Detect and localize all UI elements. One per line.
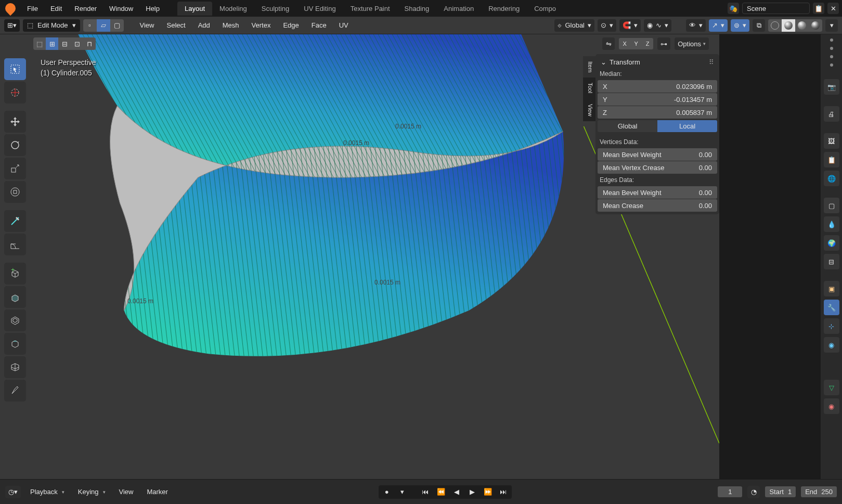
knife-tool[interactable] bbox=[4, 380, 26, 402]
face-select-icon[interactable]: ▢ bbox=[110, 19, 124, 32]
new-scene-icon[interactable]: 📋 bbox=[813, 3, 824, 14]
shading-options[interactable]: ▾ bbox=[825, 19, 838, 32]
particle-props-icon[interactable]: 🌍 bbox=[824, 235, 839, 251]
select-subtract-icon[interactable]: ⊟ bbox=[58, 37, 71, 50]
transform-orientation[interactable]: ⟐ Global ▾ bbox=[554, 19, 594, 32]
hdr-view[interactable]: View bbox=[135, 20, 159, 31]
proportional-editing[interactable]: ◉∿▾ bbox=[644, 19, 671, 32]
keying-menu[interactable]: Keying bbox=[74, 486, 110, 497]
timeline-editor-icon[interactable]: ◷▾ bbox=[5, 486, 21, 498]
tab-layout[interactable]: Layout bbox=[177, 2, 212, 16]
marker-menu[interactable]: Marker bbox=[143, 486, 172, 497]
current-frame-field[interactable]: 1 bbox=[718, 486, 742, 497]
hdr-face[interactable]: Face bbox=[307, 20, 331, 31]
menu-help[interactable]: Help bbox=[140, 3, 165, 15]
overlays-toggle[interactable]: ⊚▾ bbox=[731, 19, 749, 32]
add-cube-tool[interactable]: + bbox=[4, 263, 26, 285]
jump-end-icon[interactable]: ⏭ bbox=[496, 486, 511, 498]
start-frame-field[interactable]: Start1 bbox=[765, 486, 796, 497]
mirror-icon[interactable]: ⇋ bbox=[602, 37, 615, 50]
median-y-field[interactable]: Y-0.013457 m bbox=[598, 93, 717, 106]
menu-edit[interactable]: Edit bbox=[45, 3, 67, 15]
hdr-mesh[interactable]: Mesh bbox=[218, 20, 244, 31]
hdr-vertex[interactable]: Vertex bbox=[247, 20, 276, 31]
hdr-edge[interactable]: Edge bbox=[278, 20, 303, 31]
timeline-view-menu[interactable]: View bbox=[115, 486, 138, 497]
bevel-tool[interactable] bbox=[4, 333, 26, 355]
jump-next-key-icon[interactable]: ⏩ bbox=[481, 486, 495, 498]
median-x-field[interactable]: X0.023096 m bbox=[598, 80, 717, 93]
3d-viewport[interactable]: ⬚ ⊞ ⊟ ⊡ ⊓ ⇋ X Y Z ⊶ Options User Perspec… bbox=[0, 34, 719, 479]
data-props-icon[interactable]: ▽ bbox=[824, 380, 839, 395]
material-props-icon[interactable]: ⊹ bbox=[824, 318, 839, 334]
mean-crease-field[interactable]: Mean Crease0.00 bbox=[598, 199, 717, 212]
render-props-icon[interactable]: 📷 bbox=[824, 79, 839, 95]
tab-uv-editing[interactable]: UV Editing bbox=[296, 2, 343, 16]
select-set-icon[interactable]: ⬚ bbox=[33, 37, 46, 50]
auto-merge-icon[interactable]: ⊶ bbox=[657, 37, 670, 50]
editor-type-icon[interactable]: ⊞▾ bbox=[4, 19, 20, 32]
material-props-icon[interactable]: ◉ bbox=[824, 398, 839, 414]
hdr-uv[interactable]: UV bbox=[334, 20, 353, 31]
mirror-x[interactable]: X bbox=[619, 38, 630, 49]
median-z-field[interactable]: Z0.005837 m bbox=[598, 106, 717, 119]
mean-vertex-crease-field[interactable]: Mean Vertex Crease0.00 bbox=[598, 161, 717, 174]
texture-props-icon[interactable]: ◉ bbox=[824, 337, 839, 353]
extrude-tool[interactable] bbox=[4, 286, 26, 308]
select-extend-icon[interactable]: ⊞ bbox=[46, 37, 58, 50]
tab-animation[interactable]: Animation bbox=[436, 2, 481, 16]
jump-start-icon[interactable]: ⏮ bbox=[418, 486, 433, 498]
wireframe-shading-icon[interactable] bbox=[768, 19, 782, 32]
rotate-tool[interactable] bbox=[4, 134, 26, 156]
cursor-tool[interactable] bbox=[4, 82, 26, 104]
playback-menu[interactable]: Playback bbox=[26, 486, 69, 497]
tab-sculpting[interactable]: Sculpting bbox=[254, 2, 296, 16]
local-toggle[interactable]: Local bbox=[657, 120, 717, 132]
end-frame-field[interactable]: End250 bbox=[801, 486, 837, 497]
loop-cut-tool[interactable] bbox=[4, 356, 26, 378]
select-invert-icon[interactable]: ⊡ bbox=[71, 37, 83, 50]
mean-bevel-weight-field[interactable]: Mean Bevel Weight0.00 bbox=[598, 148, 717, 161]
select-box-tool[interactable] bbox=[4, 58, 26, 80]
view-tab[interactable]: View bbox=[583, 99, 595, 122]
play-icon[interactable]: ▶ bbox=[465, 486, 480, 498]
xray-toggle[interactable]: ⧉ bbox=[753, 19, 765, 32]
tab-modeling[interactable]: Modeling bbox=[212, 2, 254, 16]
scene-browse-icon[interactable]: 🎭 bbox=[728, 3, 739, 14]
measure-tool[interactable] bbox=[4, 234, 26, 255]
visibility-toggle[interactable]: 👁▾ bbox=[686, 19, 706, 32]
tab-compositing[interactable]: Compo bbox=[527, 2, 563, 16]
select-intersect-icon[interactable]: ⊓ bbox=[83, 37, 96, 50]
world-props-icon[interactable]: 🌐 bbox=[824, 171, 839, 186]
autokey-dd[interactable]: ▾ bbox=[395, 486, 410, 498]
material-shading-icon[interactable] bbox=[795, 19, 809, 32]
options-dropdown[interactable]: Options bbox=[675, 37, 709, 50]
edge-bevel-weight-field[interactable]: Mean Bevel Weight0.00 bbox=[598, 186, 717, 199]
edge-select-icon[interactable]: ▱ bbox=[97, 19, 110, 32]
menu-render[interactable]: Render bbox=[69, 3, 102, 15]
output-props-icon[interactable]: 🖨 bbox=[824, 106, 839, 122]
jump-prev-key-icon[interactable]: ⏪ bbox=[434, 486, 448, 498]
interaction-mode-dropdown[interactable]: ⬚ Edit Mode ▾ bbox=[23, 19, 80, 32]
physics-props-icon[interactable]: ⊟ bbox=[824, 254, 839, 269]
transform-panel-header[interactable]: ⌄ Transform ⠿ bbox=[598, 56, 717, 68]
delete-scene-icon[interactable]: ✕ bbox=[827, 3, 839, 14]
scene-props-icon[interactable]: 📋 bbox=[824, 152, 839, 167]
pivot-point[interactable]: ⊙▾ bbox=[598, 19, 616, 32]
play-reverse-icon[interactable]: ◀ bbox=[449, 486, 464, 498]
preview-range-icon[interactable]: ◔ bbox=[747, 486, 760, 498]
solid-shading-icon[interactable] bbox=[782, 19, 795, 32]
object-props-icon[interactable]: ▢ bbox=[824, 198, 839, 213]
menu-file[interactable]: File bbox=[22, 3, 43, 15]
move-tool[interactable] bbox=[4, 111, 26, 133]
annotate-tool[interactable] bbox=[4, 210, 26, 232]
menu-window[interactable]: Window bbox=[104, 3, 138, 15]
vertex-select-icon[interactable]: ▫ bbox=[83, 19, 97, 32]
scale-tool[interactable] bbox=[4, 158, 26, 179]
mirror-z[interactable]: Z bbox=[642, 38, 653, 49]
tool-tab[interactable]: Tool bbox=[583, 77, 595, 98]
scene-name-input[interactable]: Scene bbox=[742, 3, 810, 14]
autokey-icon[interactable]: ● bbox=[380, 486, 394, 498]
inset-tool[interactable] bbox=[4, 309, 26, 331]
tab-rendering[interactable]: Rendering bbox=[481, 2, 527, 16]
